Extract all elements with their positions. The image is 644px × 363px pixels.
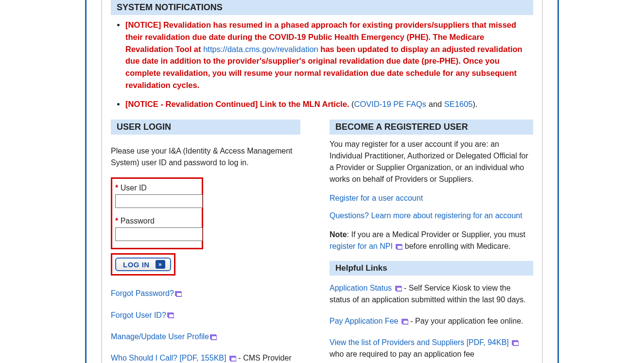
svg-rect-5	[211, 336, 217, 340]
user-login-header: USER LOGIN	[111, 120, 300, 135]
register-npi-link[interactable]: register for an NPI	[330, 242, 393, 250]
notification-item: [NOTICE] Revalidation has resumed in a p…	[125, 19, 533, 91]
notice-text: [NOTICE - Revalidation Continued] Link t…	[125, 100, 349, 108]
svg-rect-3	[169, 314, 174, 318]
covid-faq-link[interactable]: COVID-19 PE FAQs	[354, 100, 427, 108]
notice-text: ).	[473, 100, 478, 108]
note-suffix: before enrolling with Medicare.	[405, 242, 511, 250]
forgot-password-link[interactable]: Forgot Password?	[111, 289, 174, 297]
login-button[interactable]: LOG IN »	[115, 258, 171, 271]
svg-rect-7	[231, 357, 236, 361]
svg-rect-9	[397, 245, 402, 249]
password-label-text: Password	[121, 217, 155, 225]
login-fields-highlight: * User ID * Password	[111, 177, 203, 249]
notification-item: [NOTICE - Revalidation Continued] Link t…	[125, 98, 533, 110]
who-should-i-call-link[interactable]: Who Should I Call? [PDF, 155KB]	[111, 354, 226, 362]
login-button-highlight: LOG IN »	[111, 253, 175, 276]
external-link-icon	[210, 334, 217, 340]
svg-rect-15	[513, 342, 519, 346]
notice-text: and	[426, 100, 444, 108]
password-label: * Password	[115, 217, 197, 225]
external-link-icon	[396, 244, 402, 250]
note-text: : If you are a Medical Provider or Suppl…	[347, 230, 525, 239]
view-list-description: who are required to pay an application f…	[330, 350, 474, 358]
register-intro: You may register for a user account if y…	[330, 138, 533, 185]
external-link-icon	[229, 356, 236, 362]
forgot-userid-link[interactable]: Forgot User ID?	[111, 311, 166, 319]
notifications-list: [NOTICE] Revalidation has resumed in a p…	[111, 19, 533, 110]
notice-text: (	[349, 100, 354, 108]
external-link-icon	[401, 319, 408, 325]
external-link-icon	[167, 312, 174, 318]
view-providers-list-link[interactable]: View the list of Providers and Suppliers…	[330, 338, 509, 346]
become-registered-header: BECOME A REGISTERED USER	[330, 120, 533, 135]
svg-rect-1	[176, 293, 182, 296]
manage-profile-link[interactable]: Manage/Update User Profile	[111, 332, 209, 341]
external-link-icon	[512, 340, 519, 346]
login-instructions: Please use your I&A (Identity & Access M…	[111, 145, 300, 169]
svg-rect-13	[403, 320, 408, 324]
svg-rect-11	[397, 287, 402, 291]
password-input[interactable]	[115, 227, 203, 241]
user-id-label-text: User ID	[121, 184, 147, 192]
application-status-link[interactable]: Application Status	[330, 284, 392, 292]
system-notifications-header: SYSTEM NOTIFICATIONS	[111, 0, 533, 15]
user-id-label: * User ID	[115, 184, 197, 192]
arrow-right-icon: »	[156, 260, 165, 269]
register-account-link[interactable]: Register for a user account	[330, 194, 423, 202]
note-label: Note	[330, 230, 347, 239]
external-link-icon	[175, 291, 182, 297]
user-id-input[interactable]	[115, 194, 203, 208]
se1605-link[interactable]: SE1605	[444, 100, 473, 108]
pay-application-fee-link[interactable]: Pay Application Fee	[330, 317, 398, 325]
login-button-label: LOG IN	[123, 260, 150, 269]
external-link-icon	[395, 286, 402, 292]
questions-link[interactable]: Questions? Learn more about registering …	[330, 211, 522, 220]
revalidation-tool-link[interactable]: https://data.cms.gov/revalidation	[203, 45, 318, 53]
helpful-links-header: Helpful Links	[330, 261, 533, 276]
pay-fee-description: - Pay your application fee online.	[410, 317, 523, 325]
